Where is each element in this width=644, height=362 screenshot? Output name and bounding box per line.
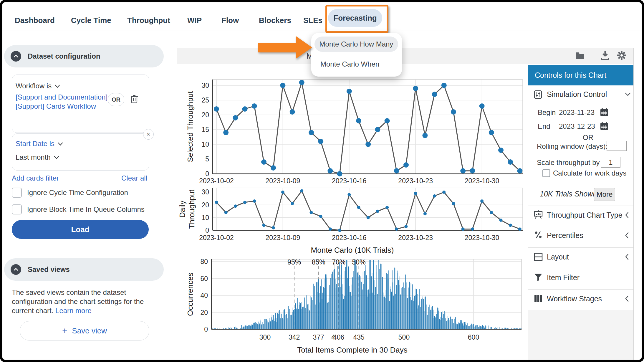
section-throughput-chart-type[interactable]: Throughput Chart Type [547, 211, 623, 219]
x-axis-title: Total Items Complete in 30 Days [297, 346, 407, 354]
end-date-value[interactable]: 2023-12-23 [559, 122, 595, 130]
data-point [395, 227, 398, 231]
tab-blockers[interactable]: Blockers [259, 16, 291, 25]
rolling-window-label: Rolling window (days): [537, 142, 607, 151]
divider [528, 225, 633, 225]
data-point [432, 92, 437, 97]
simulation-control-label[interactable]: Simulation Control [547, 90, 607, 99]
data-line [216, 191, 520, 230]
app-window: Dashboard Cycle Time Throughput WIP Flow… [0, 0, 644, 362]
data-point [329, 227, 332, 231]
chevron-left-icon[interactable] [625, 295, 629, 303]
data-point [451, 109, 456, 115]
section-item-filter[interactable]: Item Filter [547, 273, 580, 282]
tab-wip[interactable]: WIP [187, 16, 202, 25]
forecasting-highlight-box: Forecasting [325, 5, 388, 33]
data-point [300, 189, 303, 193]
plot-border [213, 188, 523, 230]
tab-throughput[interactable]: Throughput [127, 16, 170, 25]
tab-sles[interactable]: SLEs [303, 16, 322, 25]
y-tick-label: 80 [200, 258, 208, 265]
y-tick-label: 10 [201, 140, 209, 148]
close-icon[interactable]: × [143, 129, 154, 140]
workdays-checkbox[interactable] [542, 169, 550, 177]
menu-item-monte-carlo-how-many[interactable]: Monte Carlo How Many [314, 37, 398, 52]
collapse-icon[interactable] [11, 51, 21, 62]
data-point [442, 191, 446, 194]
plot-border [213, 80, 523, 174]
collapse-icon[interactable] [11, 264, 21, 275]
data-point [422, 133, 428, 138]
percent-icon [534, 230, 543, 240]
layout-rows-icon [534, 253, 543, 262]
data-point [452, 202, 455, 205]
percentile-label: 50% [352, 258, 366, 266]
data-point [318, 139, 323, 144]
data-point [423, 212, 427, 215]
data-point [365, 142, 371, 147]
data-point [214, 106, 219, 112]
tab-cycle-time[interactable]: Cycle Time [71, 16, 111, 25]
tab-forecasting[interactable]: Forecasting [328, 9, 382, 27]
section-percentiles[interactable]: Percentiles [547, 231, 583, 240]
controls-panel: Controls for this Chart Simulation Contr… [528, 65, 633, 360]
divider [528, 206, 633, 206]
percentile-label: 85% [312, 258, 325, 266]
data-point [338, 229, 341, 232]
data-point [281, 191, 284, 194]
section-workflow-stages[interactable]: Workflow Stages [547, 295, 602, 303]
x-tick-label: 2023-10-09 [266, 177, 300, 185]
y-tick-label: 0 [204, 325, 208, 333]
chevron-left-icon[interactable] [625, 211, 629, 220]
data-point [375, 127, 380, 132]
data-point [490, 211, 493, 214]
section-layout[interactable]: Layout [547, 253, 569, 261]
y-axis-title: Daily [178, 201, 187, 218]
x-tick-label: 2023-10-23 [398, 177, 433, 185]
data-point [461, 227, 465, 231]
dataset-configuration-header[interactable]: Dataset configuration [4, 45, 164, 67]
tab-dashboard[interactable]: Dashboard [15, 16, 55, 25]
data-point [394, 168, 399, 173]
rolling-window-input[interactable] [607, 141, 627, 151]
data-point [367, 216, 370, 219]
data-point [385, 206, 389, 209]
pointer-arrow-icon [258, 36, 312, 59]
chevron-down-icon[interactable] [625, 92, 631, 98]
data-point [290, 109, 295, 115]
scale-throughput-input[interactable] [601, 157, 620, 168]
data-point [347, 89, 352, 94]
saved-views-header[interactable]: Saved views [4, 258, 164, 281]
workdays-label: Calculate for work days [553, 169, 626, 177]
data-point [517, 168, 522, 173]
data-point [243, 201, 246, 204]
y-axis-title: Occurrences [186, 272, 195, 316]
data-point [310, 211, 313, 214]
calendar-icon[interactable] [600, 108, 609, 118]
y-tick-label: 20 [201, 201, 209, 209]
begin-date-value[interactable]: 2023-11-23 [559, 108, 595, 117]
x-tick-label: 600 [468, 333, 479, 341]
data-point [271, 165, 276, 171]
x-tick-label: 2023-10-30 [465, 234, 499, 242]
data-point [498, 148, 504, 153]
section-title: Dataset configuration [28, 52, 100, 60]
chevron-left-icon[interactable] [625, 232, 629, 240]
top-nav: Dashboard Cycle Time Throughput WIP Flow… [2, 2, 642, 31]
y-axis-title: Selected Throughput [186, 91, 195, 162]
data-point [356, 118, 361, 123]
chevron-left-icon[interactable] [625, 253, 629, 262]
data-point [253, 199, 256, 203]
divider [528, 247, 633, 248]
data-point [299, 80, 304, 85]
data-point [499, 219, 503, 222]
calendar-icon[interactable] [600, 122, 609, 132]
chart-board-icon [534, 210, 543, 220]
menu-item-monte-carlo-when[interactable]: Monte Carlo When [320, 60, 379, 68]
x-tick-label: 435 [353, 333, 364, 341]
data-point [480, 199, 484, 203]
tab-flow[interactable]: Flow [221, 16, 239, 25]
more-button[interactable]: More [594, 188, 615, 201]
x-tick-label: 2023-10-09 [266, 234, 300, 242]
x-tick-label: 377 [313, 333, 324, 341]
